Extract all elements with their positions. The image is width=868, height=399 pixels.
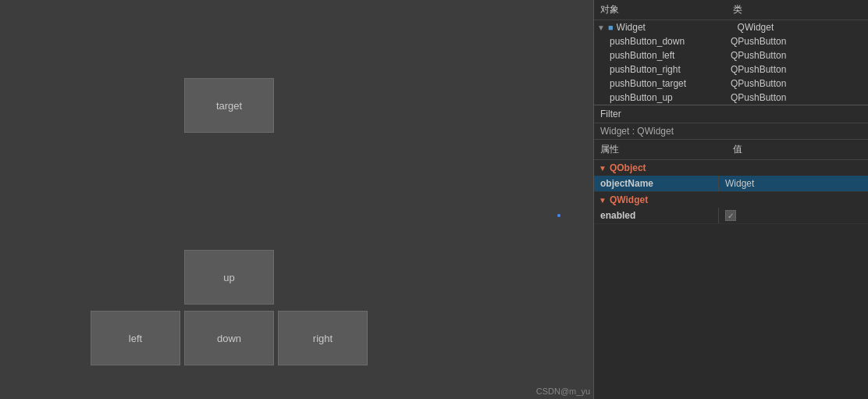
prop-name-label: objectName <box>594 176 719 191</box>
button-left[interactable]: left <box>91 311 180 365</box>
tree-item-class: QPushButton <box>731 64 868 75</box>
filter-bar[interactable]: Filter <box>594 105 868 123</box>
tree-item-name: pushButton_target <box>610 78 731 89</box>
tree-item-class: QPushButton <box>731 36 868 47</box>
tree-item-name: pushButton_right <box>610 64 731 75</box>
prop-col-val: 值 <box>727 140 868 159</box>
right-panel: 对象 类 ▼ ■ Widget QWidget pushButton_down … <box>593 0 868 399</box>
prop-row-enabled[interactable]: enabled ✓ <box>594 208 868 224</box>
tree-item-class: QPushButton <box>731 50 868 61</box>
tree-item-name: Widget <box>617 22 738 33</box>
button-right[interactable]: right <box>278 311 368 365</box>
arrow-icon: ▼ <box>599 196 607 205</box>
tree-item-name: pushButton_left <box>610 50 731 61</box>
tree-row-btn-right[interactable]: pushButton_right QPushButton <box>594 62 868 77</box>
tree-item-class: QPushButton <box>731 92 868 103</box>
tree-row-btn-down[interactable]: pushButton_down QPushButton <box>594 34 868 48</box>
tree-col-object: 对象 <box>594 0 727 20</box>
arrow-icon: ▼ <box>599 164 607 173</box>
prop-group-qobject[interactable]: ▼ QObject <box>594 160 868 176</box>
tree-item-name: pushButton_down <box>610 36 731 47</box>
widget-info: Widget : QWidget <box>594 123 868 140</box>
properties-section: 属性 值 ▼ QObject objectName Widget ▼ QWidg… <box>594 140 868 399</box>
tree-item-class: QWidget <box>738 22 868 33</box>
canvas-area: target up left down right CSDN@m_yu <box>0 0 593 399</box>
tree-col-class: 类 <box>727 0 868 20</box>
button-up[interactable]: up <box>184 250 274 305</box>
prop-col-prop: 属性 <box>594 140 727 159</box>
button-target[interactable]: target <box>184 78 274 133</box>
tree-row-widget[interactable]: ▼ ■ Widget QWidget <box>594 20 868 34</box>
prop-val-enabled: ✓ <box>719 208 868 223</box>
tree-item-class: QPushButton <box>731 78 868 89</box>
tree-row-btn-target[interactable]: pushButton_target QPushButton <box>594 77 868 91</box>
tree-row-btn-left[interactable]: pushButton_left QPushButton <box>594 48 868 62</box>
tree-item-name: pushButton_up <box>610 92 731 103</box>
checkbox-enabled[interactable]: ✓ <box>725 210 736 221</box>
button-down[interactable]: down <box>184 311 274 365</box>
prop-header: 属性 值 <box>594 140 868 160</box>
object-tree: 对象 类 ▼ ■ Widget QWidget pushButton_down … <box>594 0 868 105</box>
prop-row-objectname[interactable]: objectName Widget <box>594 176 868 192</box>
prop-name-label: enabled <box>594 208 719 223</box>
tree-row-btn-up[interactable]: pushButton_up QPushButton <box>594 91 868 105</box>
tree-header: 对象 类 <box>594 0 868 20</box>
tree-expand-icon: ▼ <box>597 23 605 32</box>
watermark: CSDN@m_yu <box>536 387 590 396</box>
tree-widget-icon: ■ <box>608 23 614 32</box>
prop-val-objectname: Widget <box>719 176 868 191</box>
blue-dot <box>557 214 560 217</box>
prop-group-qwidget[interactable]: ▼ QWidget <box>594 192 868 208</box>
